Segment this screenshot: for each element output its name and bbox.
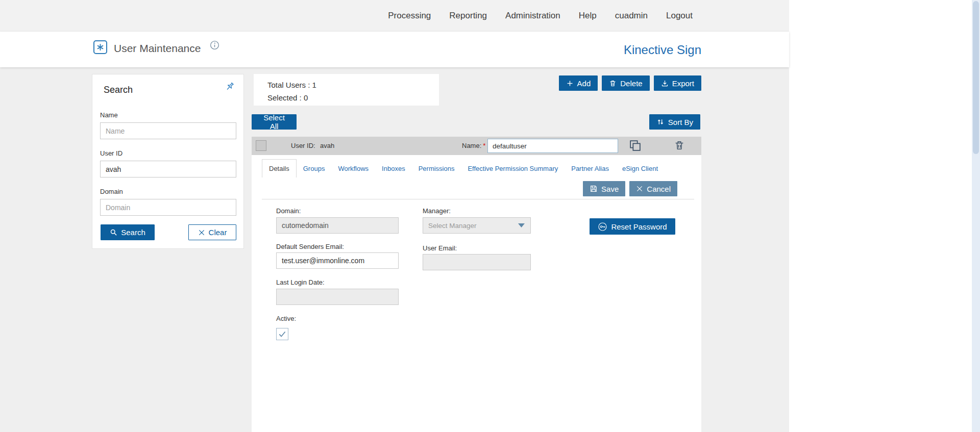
save-button-label: Save	[601, 185, 619, 193]
sort-by-button[interactable]: Sort By	[649, 114, 700, 130]
plus-icon	[566, 80, 574, 87]
nav-reporting[interactable]: Reporting	[449, 11, 487, 21]
tab-groups[interactable]: Groups	[297, 159, 332, 177]
cancel-x-icon	[636, 185, 643, 192]
tab-permissions[interactable]: Permissions	[412, 159, 461, 177]
tab-bar: Details Groups Workflows Inboxes Permiss…	[262, 159, 665, 177]
sort-arrows-icon	[656, 118, 665, 126]
nav-logout[interactable]: Logout	[666, 11, 693, 21]
download-icon	[661, 80, 669, 87]
user-email-label: User Email:	[423, 244, 457, 252]
user-row-header: User ID: avah Name:*	[252, 137, 701, 155]
cancel-button[interactable]: Cancel	[629, 181, 677, 196]
key-icon	[598, 222, 607, 232]
manager-select[interactable]: Select Manager	[423, 217, 531, 234]
selected-count-text: Selected : 0	[267, 91, 425, 104]
required-asterisk: *	[483, 142, 485, 149]
total-users-text: Total Users : 1	[267, 79, 425, 91]
clear-button-label: Clear	[209, 228, 227, 237]
search-button[interactable]: Search	[101, 224, 155, 240]
clear-x-icon	[198, 229, 205, 236]
copy-icon[interactable]	[629, 139, 642, 152]
export-button[interactable]: Export	[654, 75, 701, 91]
pin-icon[interactable]	[224, 81, 235, 92]
tab-details[interactable]: Details	[262, 159, 297, 177]
tab-partner-alias[interactable]: Partner Alias	[565, 159, 616, 177]
nav-administration[interactable]: Administration	[505, 11, 560, 21]
reset-password-label: Reset Password	[611, 222, 667, 231]
active-checkbox[interactable]	[276, 328, 288, 340]
search-user-id-label: User ID	[100, 149, 122, 157]
domain-label: Domain:	[276, 207, 301, 215]
tab-workflows[interactable]: Workflows	[331, 159, 375, 177]
tab-content-divider	[262, 199, 694, 199]
row-delete-icon[interactable]	[674, 140, 685, 151]
delete-button-label: Delete	[620, 79, 642, 88]
search-name-input[interactable]	[100, 122, 236, 139]
manager-label: Manager:	[423, 207, 451, 215]
default-senders-email-field[interactable]	[276, 252, 399, 269]
info-icon[interactable]	[209, 40, 220, 50]
default-senders-email-label: Default Senders Email:	[276, 243, 344, 250]
search-user-id-input[interactable]	[100, 161, 236, 177]
user-email-field	[423, 254, 531, 270]
save-button[interactable]: Save	[583, 181, 625, 196]
search-domain-input[interactable]	[100, 199, 236, 216]
user-name-input[interactable]	[487, 139, 618, 153]
tab-inboxes[interactable]: Inboxes	[375, 159, 412, 177]
cancel-button-label: Cancel	[647, 185, 671, 193]
active-label: Active:	[276, 315, 296, 322]
clear-button[interactable]: Clear	[188, 224, 236, 240]
page-title: User Maintenance	[114, 42, 201, 55]
app-header: User Maintenance Kinective Sign	[0, 32, 789, 67]
toolbar: Add Delete Export	[559, 75, 701, 91]
search-panel: Search Name User ID Domain Search Clear	[92, 74, 244, 249]
row-checkbox[interactable]	[256, 140, 266, 151]
app-page: Processing Reporting Administration Help…	[0, 0, 789, 432]
check-icon	[278, 329, 287, 339]
trash-icon	[609, 80, 617, 87]
search-name-label: Name	[100, 111, 118, 119]
reset-password-button[interactable]: Reset Password	[590, 218, 675, 235]
select-all-label: Select All	[259, 113, 289, 131]
summary-box: Total Users : 1 Selected : 0	[254, 74, 439, 106]
tab-esign-client[interactable]: eSign Client	[616, 159, 665, 177]
top-nav: Processing Reporting Administration Help…	[0, 0, 789, 32]
nav-help[interactable]: Help	[579, 11, 597, 21]
add-button-label: Add	[577, 79, 591, 88]
search-panel-title: Search	[104, 85, 133, 95]
select-all-button[interactable]: Select All	[252, 114, 297, 130]
user-panel: User ID: avah Name:* Details Groups Work…	[252, 137, 701, 432]
manager-select-value: Select Manager	[428, 222, 518, 230]
nav-processing[interactable]: Processing	[388, 11, 431, 21]
last-login-date-label: Last Login Date:	[276, 278, 325, 286]
tab-effective-permission-summary[interactable]: Effective Permission Summary	[461, 159, 565, 177]
last-login-date-field	[276, 289, 399, 305]
search-domain-label: Domain	[100, 188, 123, 195]
export-button-label: Export	[672, 79, 694, 88]
user-id-value: avah	[320, 142, 334, 149]
user-id-caption: User ID:	[291, 142, 315, 149]
add-button[interactable]: Add	[559, 75, 598, 91]
search-button-label: Search	[121, 228, 145, 237]
name-caption: Name:*	[462, 142, 485, 149]
app-logo-icon	[93, 40, 107, 54]
vertical-scrollbar[interactable]	[972, 0, 980, 432]
scrollbar-thumb[interactable]	[973, 1, 979, 154]
form-actions: Save Cancel	[583, 181, 677, 196]
sort-by-label: Sort By	[668, 118, 693, 126]
chevron-down-icon	[518, 223, 525, 228]
delete-button[interactable]: Delete	[602, 75, 649, 91]
domain-field	[276, 217, 399, 234]
save-floppy-icon	[590, 185, 598, 193]
search-icon	[110, 228, 117, 236]
nav-user-cuadmin[interactable]: cuadmin	[615, 11, 648, 21]
brand-name: Kinective Sign	[624, 43, 701, 57]
